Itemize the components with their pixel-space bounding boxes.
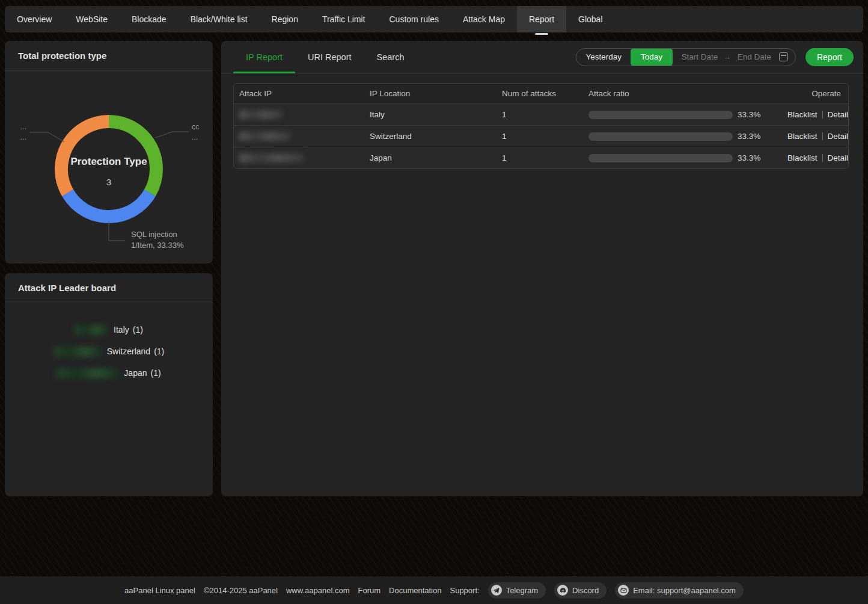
operate-cell: Blacklist Details xyxy=(782,132,849,141)
attack-ip-leaderboard-panel: Attack IP Leader board Italy(1) Switzerl… xyxy=(5,273,213,496)
col-operate: Operate xyxy=(782,89,848,98)
details-link[interactable]: Details xyxy=(828,153,849,162)
attack-ip-cell xyxy=(234,110,364,120)
range-arrow-icon: → xyxy=(721,52,733,61)
discord-button[interactable]: Discord xyxy=(554,582,607,599)
panel-title: Attack IP Leader board xyxy=(18,283,116,293)
attack-ratio-cell: 33.3% xyxy=(583,132,782,141)
blacklist-link[interactable]: Blacklist xyxy=(787,153,818,162)
tab-ip-report[interactable]: IP Report xyxy=(233,41,295,73)
blacklist-link[interactable]: Blacklist xyxy=(787,110,818,119)
callout-line-left xyxy=(29,132,64,142)
nav-tab-region[interactable]: Region xyxy=(260,6,310,32)
footer-documentation-link[interactable]: Documentation xyxy=(389,586,441,595)
email-icon xyxy=(618,585,629,596)
protection-type-donut-chart: ... ... cc ... SQL injection 1/Item, 33.… xyxy=(5,71,213,262)
leaderboard-row: Italy(1) xyxy=(5,319,213,341)
total-protection-type-panel: Total protection type ... ... cc ... SQL… xyxy=(5,41,213,263)
nav-tab-attack-map[interactable]: Attack Map xyxy=(451,6,517,32)
start-date-input[interactable] xyxy=(679,52,721,61)
table-header-row: Attack IP IP Location Num of attacks Att… xyxy=(234,84,848,103)
leaderboard-label: Japan(1) xyxy=(124,368,160,378)
slice-label-right-value: ... xyxy=(192,133,198,141)
nav-tab-black-white-list[interactable]: Black/White list xyxy=(179,6,260,32)
attack-ip-table: Attack IP IP Location Num of attacks Att… xyxy=(233,83,849,169)
callout-line-right xyxy=(155,132,189,138)
table-row: Japan 1 33.3% Blacklist Details xyxy=(234,147,848,168)
details-link[interactable]: Details xyxy=(828,110,849,119)
col-attack-ratio: Attack ratio xyxy=(583,89,782,98)
action-divider xyxy=(822,132,823,140)
ip-location-cell: Switzerland xyxy=(364,132,497,141)
telegram-button[interactable]: Telegram xyxy=(488,582,546,599)
panel-title: Total protection type xyxy=(18,51,106,61)
footer-support-label: Support: xyxy=(450,586,479,595)
operate-cell: Blacklist Details xyxy=(782,110,849,119)
date-range-group: Yesterday Today → xyxy=(576,48,796,66)
col-attack-ip: Attack IP xyxy=(234,89,364,98)
nav-tab-custom-rules[interactable]: Custom rules xyxy=(377,6,451,32)
ratio-bar-track xyxy=(588,132,733,141)
blurred-ip-bar xyxy=(53,347,102,357)
num-attacks-cell: 1 xyxy=(497,132,583,141)
top-nav: Overview WebSite Blockade Black/White li… xyxy=(5,6,863,32)
slice-label-bottom-value: 1/Item, 33.33% xyxy=(131,241,184,250)
tab-search[interactable]: Search xyxy=(364,41,417,73)
attack-ip-cell xyxy=(234,132,364,141)
leaderboard-row: Switzerland(1) xyxy=(5,341,213,362)
table-row: Switzerland 1 33.3% Blacklist Details xyxy=(234,125,848,147)
action-divider xyxy=(822,154,823,162)
callout-line-bottom xyxy=(109,221,125,241)
attack-ratio-cell: 33.3% xyxy=(583,110,782,119)
num-attacks-cell: 1 xyxy=(497,153,583,162)
blurred-ip xyxy=(239,153,304,162)
col-num-of-attacks: Num of attacks xyxy=(497,89,583,98)
report-header: IP Report URI Report Search Yesterday To… xyxy=(221,41,863,73)
slice-label-left-value: ... xyxy=(20,133,26,141)
blacklist-link[interactable]: Blacklist xyxy=(787,132,818,141)
donut-center-value: 3 xyxy=(106,177,111,187)
slice-label-right-name: cc xyxy=(192,123,200,131)
nav-tab-traffic-limit[interactable]: Traffic Limit xyxy=(310,6,377,32)
email-button[interactable]: Email: support@aapanel.com xyxy=(615,582,744,599)
num-attacks-cell: 1 xyxy=(497,110,583,119)
leaderboard-row: Japan(1) xyxy=(5,362,213,384)
footer-site-link[interactable]: www.aapanel.com xyxy=(286,586,350,595)
nav-tab-blockade[interactable]: Blockade xyxy=(120,6,179,32)
col-ip-location: IP Location xyxy=(364,89,497,98)
yesterday-button[interactable]: Yesterday xyxy=(576,49,631,66)
details-link[interactable]: Details xyxy=(828,132,849,141)
nav-tab-report[interactable]: Report xyxy=(517,6,566,32)
operate-cell: Blacklist Details xyxy=(782,153,849,162)
blurred-ip-bar xyxy=(75,325,108,335)
blurred-ip xyxy=(239,132,291,141)
nav-tab-global[interactable]: Global xyxy=(566,6,614,32)
tab-uri-report[interactable]: URI Report xyxy=(295,41,364,73)
today-button[interactable]: Today xyxy=(631,49,673,66)
footer-forum-link[interactable]: Forum xyxy=(358,586,381,595)
slice-label-bottom-name: SQL injection xyxy=(131,230,177,239)
donut-center-title: Protection Type xyxy=(70,156,147,167)
end-date-input[interactable] xyxy=(733,52,775,61)
leaderboard-body: Italy(1) Switzerland(1) Japan(1) xyxy=(5,303,213,384)
ratio-percent-label: 33.3% xyxy=(738,110,760,119)
blurred-ip xyxy=(239,110,283,119)
discord-icon xyxy=(557,585,568,596)
report-panel: IP Report URI Report Search Yesterday To… xyxy=(221,41,863,496)
table-row: Italy 1 33.3% Blacklist Details xyxy=(234,103,848,125)
telegram-icon xyxy=(491,585,502,596)
attack-ip-cell xyxy=(234,153,364,163)
footer: aaPanel Linux panel ©2014-2025 aaPanel w… xyxy=(0,576,868,604)
panel-header: Total protection type xyxy=(5,41,213,71)
blurred-ip-bar xyxy=(57,368,118,378)
nav-tab-website[interactable]: WebSite xyxy=(64,6,120,32)
generate-report-button[interactable]: Report xyxy=(805,48,854,66)
attack-ratio-cell: 33.3% xyxy=(583,153,782,162)
leaderboard-label: Switzerland(1) xyxy=(107,347,165,356)
calendar-icon[interactable] xyxy=(779,52,788,61)
nav-tab-overview[interactable]: Overview xyxy=(5,6,64,32)
ip-location-cell: Italy xyxy=(364,110,497,119)
ip-location-cell: Japan xyxy=(364,153,497,162)
footer-brand: aaPanel Linux panel xyxy=(124,586,195,595)
ratio-bar-track xyxy=(588,154,733,162)
